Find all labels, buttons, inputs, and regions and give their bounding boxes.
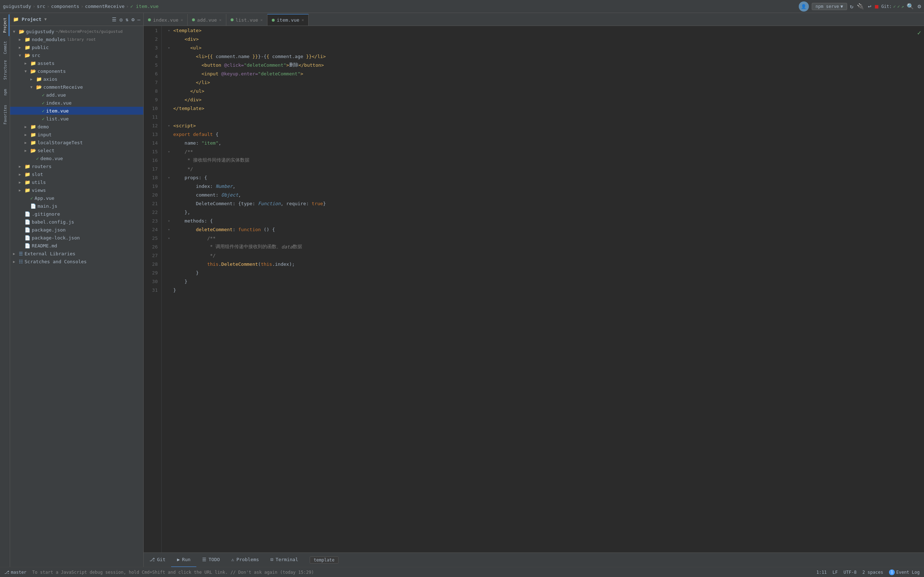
tree-app-vue[interactable]: ✓ App.vue <box>10 194 143 202</box>
ln-5[interactable]: 5 <box>144 61 162 69</box>
tree-components[interactable]: ▼ 📂 components <box>10 67 143 75</box>
git-check2[interactable]: ✓ <box>897 4 900 9</box>
ln-2[interactable]: 2 <box>144 35 162 43</box>
fold-12[interactable]: ▾ <box>165 124 173 128</box>
tab-add-vue[interactable]: add.vue ✕ <box>188 14 226 26</box>
ln-26[interactable]: 26 <box>144 242 162 251</box>
tab-list-vue-close[interactable]: ✕ <box>260 18 263 23</box>
bottom-tab-problems[interactable]: ⚠ Problems <box>226 553 265 567</box>
tree-main-js[interactable]: 📄 main.js <box>10 202 143 210</box>
code-content[interactable]: ▾ <template> <div> ▾ <ul> <box>162 26 924 553</box>
tree-node-modules[interactable]: ▶ 📁 node_modules library root <box>10 35 143 43</box>
breadcrumb-commentReceive[interactable]: commentReceive <box>85 3 125 9</box>
ln-23[interactable]: 23 <box>144 216 162 225</box>
activity-commit[interactable]: Commit <box>1 37 10 58</box>
tree-external-libraries[interactable]: ▶ ☰ External Libraries <box>10 250 143 258</box>
ln-31[interactable]: 31 <box>144 285 162 294</box>
breadcrumb-src[interactable]: src <box>37 3 45 9</box>
ln-21[interactable]: 21 <box>144 199 162 208</box>
ln-28[interactable]: 28 <box>144 259 162 268</box>
bottom-tab-terminal[interactable]: ⊡ Terminal <box>265 553 304 567</box>
ln-15[interactable]: 15 <box>144 147 162 156</box>
refresh-icon[interactable]: ↻ <box>850 3 854 10</box>
ln-18[interactable]: 18 <box>144 173 162 182</box>
tree-babel-config[interactable]: 📄 babel.config.js <box>10 218 143 226</box>
ln-14[interactable]: 14 <box>144 139 162 147</box>
ln-25[interactable]: 25 <box>144 234 162 242</box>
ln-10[interactable]: 10 <box>144 104 162 113</box>
tree-demo[interactable]: ▶ 📁 demo <box>10 122 143 131</box>
ln-6[interactable]: 6 <box>144 69 162 78</box>
tree-package-json[interactable]: 📄 package.json <box>10 226 143 234</box>
npm-dropdown-icon[interactable]: ▼ <box>841 4 843 9</box>
activity-favorites[interactable]: Favorites <box>1 104 10 126</box>
git-check1[interactable]: ✓ <box>893 4 896 9</box>
git-branch-name[interactable]: master <box>11 570 26 575</box>
fold-25[interactable]: ▾ <box>165 236 173 240</box>
ln-9[interactable]: 9 <box>144 95 162 104</box>
bottom-tab-git[interactable]: ⎇ Git <box>144 553 171 567</box>
tree-gitignore[interactable]: 📄 .gitignore <box>10 210 143 218</box>
tab-index-vue-close[interactable]: ✕ <box>181 18 183 23</box>
settings-sidebar-icon[interactable]: ⚙ <box>131 16 134 23</box>
status-event-log[interactable]: 1 Event Log <box>889 569 920 575</box>
tree-add-vue[interactable]: ✓ add.vue <box>10 91 143 99</box>
hide-sidebar-icon[interactable]: — <box>137 16 141 23</box>
tab-item-vue[interactable]: item.vue ✕ <box>267 14 309 26</box>
breadcrumb-guigustudy[interactable]: guigustudy <box>3 3 31 9</box>
ln-19[interactable]: 19 <box>144 182 162 190</box>
plugin-icon[interactable]: 🔌 <box>857 3 864 10</box>
tab-add-vue-close[interactable]: ✕ <box>219 18 221 23</box>
npm-serve-button[interactable]: npm serve ▼ <box>812 3 847 10</box>
ln-13[interactable]: 13 <box>144 130 162 139</box>
fold-23[interactable]: ▾ <box>165 219 173 223</box>
ln-3[interactable]: 3 <box>144 43 162 52</box>
fold-3[interactable]: ▾ <box>165 46 173 50</box>
sort-icon[interactable]: ⇅ <box>126 16 129 23</box>
ln-16[interactable]: 16 <box>144 156 162 164</box>
settings-icon[interactable]: ⚙ <box>918 3 921 10</box>
ln-1[interactable]: 1 <box>144 26 162 35</box>
activity-structure[interactable]: Structure <box>1 59 10 81</box>
tree-routers[interactable]: ▶ 📁 routers <box>10 162 143 170</box>
fold-15[interactable]: ▾ <box>165 150 173 154</box>
ln-11[interactable]: 11 <box>144 113 162 121</box>
fold-1[interactable]: ▾ <box>165 29 173 32</box>
ln-8[interactable]: 8 <box>144 87 162 95</box>
git-arrow[interactable]: ↗ <box>901 4 904 9</box>
ln-20[interactable]: 20 <box>144 190 162 199</box>
tree-commentReceive[interactable]: ▼ 📂 commentReceive <box>10 83 143 91</box>
tree-public[interactable]: ▶ 📁 public <box>10 43 143 51</box>
activity-npm[interactable]: npm <box>1 82 10 103</box>
tree-src[interactable]: ▼ 📂 src <box>10 51 143 59</box>
ln-22[interactable]: 22 <box>144 208 162 216</box>
search-icon[interactable]: 🔍 <box>907 3 914 10</box>
fold-18[interactable]: ▾ <box>165 176 173 180</box>
tab-list-vue[interactable]: list.vue ✕ <box>226 14 267 26</box>
undo-icon[interactable]: ↩ <box>868 3 871 10</box>
tree-readme-md[interactable]: 📄 README.md <box>10 242 143 250</box>
breadcrumb-item-vue[interactable]: ✓ item.vue <box>130 3 158 9</box>
tree-assets[interactable]: ▶ 📁 assets <box>10 59 143 67</box>
tree-scratches[interactable]: ▶ ☷ Scratches and Consoles <box>10 258 143 266</box>
ln-24[interactable]: 24 <box>144 225 162 234</box>
tree-root[interactable]: ▼ 📂 guigustudy ~/WebstormProjects/guigus… <box>10 27 143 35</box>
tree-localStorageTest[interactable]: ▶ 📁 localStorageTest <box>10 139 143 147</box>
footer-tab-template[interactable]: template <box>310 556 339 564</box>
stop-icon[interactable]: ■ <box>875 3 879 10</box>
tree-utils[interactable]: ▶ 📁 utils <box>10 178 143 186</box>
ln-29[interactable]: 29 <box>144 268 162 277</box>
bottom-tab-todo[interactable]: ☰ TODO <box>196 553 226 567</box>
locate-icon[interactable]: ◎ <box>120 16 122 23</box>
collapse-all-icon[interactable]: ☰ <box>112 16 116 23</box>
tree-select[interactable]: ▶ 📂 select <box>10 147 143 154</box>
tree-package-lock-json[interactable]: 📄 package-lock.json <box>10 234 143 242</box>
ln-4[interactable]: 4 <box>144 52 162 61</box>
activity-project[interactable]: Project <box>1 15 10 36</box>
tree-input[interactable]: ▶ 📁 input <box>10 131 143 139</box>
tree-slot[interactable]: ▶ 📁 slot <box>10 170 143 178</box>
tree-axios[interactable]: ▶ 📁 axios <box>10 75 143 83</box>
tree-index-vue[interactable]: ✓ index.vue <box>10 99 143 107</box>
ln-7[interactable]: 7 <box>144 78 162 87</box>
tree-item-vue[interactable]: ✓ item.vue <box>10 107 143 115</box>
